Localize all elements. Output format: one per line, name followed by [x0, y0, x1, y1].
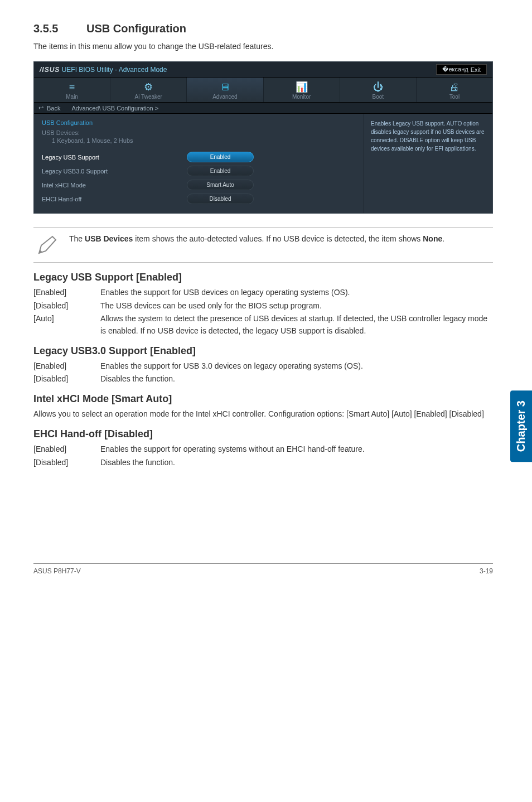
section-intro: The items in this menu allow you to chan… [33, 41, 493, 52]
setting-heading: EHCI Hand-off [Disabled] [33, 428, 493, 440]
setting-row-ehci[interactable]: EHCI Hand-off Disabled [42, 194, 356, 204]
note-box: The USB Devices item shows the auto-dete… [33, 227, 493, 263]
row-value-pill[interactable]: Smart Auto [187, 180, 254, 190]
nav-tool[interactable]: 🖨 Tool [417, 78, 492, 102]
bios-window: /ISUS UEFI BIOS Utility - Advanced Mode … [33, 61, 493, 214]
nav-main[interactable]: ≡ Main [34, 78, 110, 102]
page-footer: ASUS P8H77-V 3-19 [33, 563, 493, 575]
nav-label: Advanced [212, 94, 237, 100]
exit-button[interactable]: �ександ Exit [436, 64, 487, 75]
row-label: Intel xHCI Mode [42, 182, 187, 189]
option-key: [Disabled] [33, 457, 100, 469]
option-key: [Auto] [33, 313, 100, 337]
option-row: [Auto] Allows the system to detect the p… [33, 313, 493, 337]
option-row: [Disabled] Disables the function. [33, 373, 493, 385]
nav-ai-tweaker[interactable]: ⚙ Ai Tweaker [110, 78, 187, 102]
option-row: [Enabled] Enables the support for USB 3.… [33, 360, 493, 373]
setting-row-legacy-usb[interactable]: Legacy USB Support Enabled [42, 152, 356, 162]
option-row: [Enabled] Enables the support for USB de… [33, 287, 493, 299]
printer-icon: 🖨 [417, 81, 492, 93]
section-heading: 3.5.5USB Configuration [33, 22, 493, 35]
setting-heading: Legacy USB Support [Enabled] [33, 272, 493, 283]
bios-main-panel: USB Configuration USB Devices: 1 Keyboar… [34, 114, 364, 213]
row-label: Legacy USB Support [42, 154, 187, 161]
option-val: Enables the support for operating system… [100, 443, 493, 456]
pencil-icon [36, 233, 59, 257]
bios-titlebar: /ISUS UEFI BIOS Utility - Advanced Mode … [34, 62, 492, 78]
nav-boot[interactable]: ⏻ Boot [340, 78, 417, 102]
option-row: [Disabled] The USB devices can be used o… [33, 300, 493, 312]
option-val: Enables the support for USB devices on l… [100, 287, 493, 299]
monitor-icon: 🖥 [187, 81, 263, 93]
row-value-pill[interactable]: Disabled [187, 194, 254, 204]
gear-icon: ⚙ [110, 81, 186, 93]
chapter-tab: Chapter 3 [510, 390, 532, 462]
bios-help-panel: Enables Legacy USB support. AUTO option … [364, 114, 492, 213]
option-val: Disables the function. [100, 373, 493, 385]
bios-nav: ≡ Main ⚙ Ai Tweaker 🖥 Advanced 📊 Monitor… [34, 78, 492, 103]
nav-monitor[interactable]: 📊 Monitor [264, 78, 340, 102]
setting-row-legacy-usb3[interactable]: Legacy USB3.0 Support Enabled [42, 166, 356, 176]
bios-body: USB Configuration USB Devices: 1 Keyboar… [34, 114, 492, 213]
setting-heading: Legacy USB3.0 Support [Enabled] [33, 345, 493, 357]
option-val: Disables the function. [100, 457, 493, 469]
note-text: The USB Devices item shows the auto-dete… [69, 233, 444, 245]
row-label: EHCI Hand-off [42, 196, 187, 202]
exit-label: Exit [471, 66, 481, 73]
section-number: 3.5.5 [33, 22, 86, 35]
option-key: [Enabled] [33, 443, 100, 456]
option-val: Enables the support for USB 3.0 devices … [100, 360, 493, 373]
breadcrumb-path: Advanced\ USB Configuration > [71, 105, 158, 112]
usb-devices-label: USB Devices: [42, 129, 356, 136]
section-title: USB Configuration [86, 22, 186, 35]
option-row: [Disabled] Disables the function. [33, 457, 493, 469]
option-val: The USB devices can be used only for the… [100, 300, 493, 312]
chart-icon: 📊 [264, 81, 340, 93]
usb-devices-value: 1 Keyboard, 1 Mouse, 2 Hubs [52, 137, 356, 144]
nav-label: Monitor [292, 94, 311, 100]
option-val: Allows the system to detect the presence… [100, 313, 493, 337]
option-key: [Disabled] [33, 300, 100, 312]
footer-left: ASUS P8H77-V [33, 567, 81, 575]
back-arrow-icon[interactable]: ↩ [38, 104, 43, 112]
footer-right: 3-19 [480, 567, 493, 575]
row-value-pill[interactable]: Enabled [187, 166, 254, 176]
bios-breadcrumb: ↩ Back Advanced\ USB Configuration > [34, 103, 492, 114]
option-key: [Enabled] [33, 360, 100, 373]
power-icon: ⏻ [340, 81, 416, 93]
list-icon: ≡ [34, 81, 110, 93]
exit-icon: �ександ [442, 66, 468, 73]
nav-label: Tool [449, 94, 460, 100]
setting-row-xhci[interactable]: Intel xHCI Mode Smart Auto [42, 180, 356, 190]
config-heading: USB Configuration [42, 119, 356, 126]
option-row: [Enabled] Enables the support for operat… [33, 443, 493, 456]
back-label[interactable]: Back [47, 105, 60, 112]
nav-label: Ai Tweaker [135, 94, 162, 100]
setting-heading: Intel xHCI Mode [Smart Auto] [33, 393, 493, 405]
bios-title: /ISUS UEFI BIOS Utility - Advanced Mode [40, 66, 167, 74]
nav-label: Boot [372, 94, 384, 100]
option-key: [Enabled] [33, 287, 100, 299]
option-key: [Disabled] [33, 373, 100, 385]
row-label: Legacy USB3.0 Support [42, 168, 187, 175]
row-value-pill[interactable]: Enabled [187, 152, 254, 162]
nav-label: Main [66, 94, 78, 100]
bios-brand: /ISUS [40, 66, 60, 74]
bios-title-rest: UEFI BIOS Utility - Advanced Mode [60, 66, 167, 74]
setting-para: Allows you to select an operation mode f… [33, 408, 493, 421]
nav-advanced[interactable]: 🖥 Advanced [187, 78, 263, 102]
